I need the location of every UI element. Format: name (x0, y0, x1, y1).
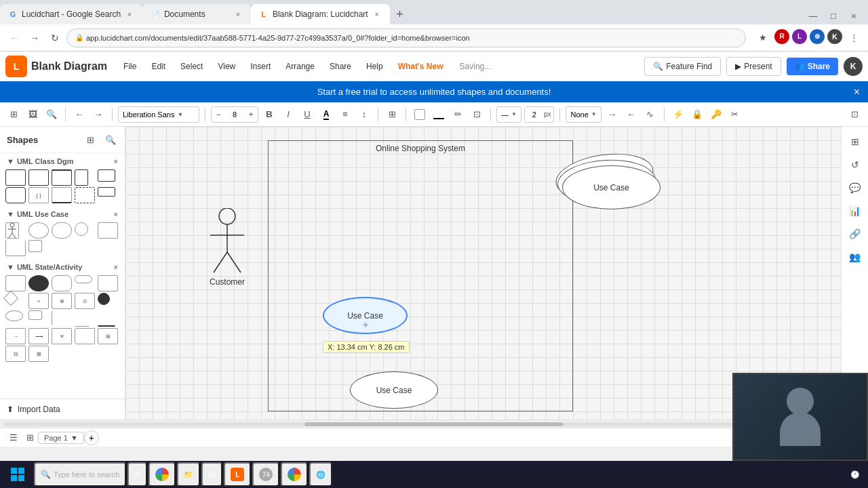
tab-1-close[interactable]: × (125, 9, 134, 20)
share-button[interactable]: 👥 Share (787, 58, 838, 75)
taskbar-chrome2[interactable] (281, 462, 308, 487)
menu-insert[interactable]: Insert (243, 59, 277, 74)
shape-diamond[interactable] (3, 291, 19, 306)
section-close-state[interactable]: × (114, 263, 118, 271)
shapes-toggle-button[interactable]: ⊞ (5, 106, 22, 123)
reload-button[interactable]: ↻ (46, 29, 64, 47)
font-size-increase[interactable]: + (244, 107, 258, 122)
feature-find-button[interactable]: 🔍 Feature Find (644, 57, 721, 76)
redo-button[interactable]: → (90, 106, 106, 123)
taskbar-files[interactable]: 📁 (177, 462, 200, 487)
shape-rect-sa[interactable] (5, 275, 26, 291)
new-tab-button[interactable]: + (390, 4, 410, 24)
page-indicator[interactable]: Page 1 ▼ (38, 432, 84, 444)
font-size-input[interactable] (225, 107, 244, 122)
shape-rect-wide[interactable] (98, 187, 115, 197)
font-color-button[interactable]: A (318, 106, 334, 123)
list-view-button[interactable]: ☰ (5, 430, 22, 446)
right-panel-comments[interactable]: 💬 (846, 178, 865, 197)
menu-whats-new[interactable]: What's New (391, 59, 450, 74)
section-close-usecase[interactable]: × (114, 210, 118, 218)
arrow-left-button[interactable]: ← (623, 106, 639, 123)
import-data-button[interactable]: ⬆ Import Data (0, 399, 125, 420)
extension-other[interactable]: ⊕ (810, 29, 825, 44)
tab-3[interactable]: L Blank Diagram: Lucidchart × (251, 4, 390, 24)
lightning-button[interactable]: ⚡ (670, 106, 686, 123)
shape-bracket[interactable]: { } (28, 187, 49, 203)
shape-tab-uc[interactable] (5, 240, 26, 256)
extension-l[interactable]: L (792, 29, 807, 44)
menu-file[interactable]: File (117, 59, 143, 74)
menu-select[interactable]: Select (174, 59, 210, 74)
grid-view-button[interactable]: ⊞ (22, 430, 38, 446)
tab-3-close[interactable]: × (372, 9, 382, 20)
group-btn[interactable]: ⊡ (469, 106, 485, 123)
shape-actor[interactable] (5, 222, 19, 239)
shape-rect[interactable] (5, 169, 26, 186)
shape-line-v[interactable] (52, 310, 72, 325)
shape-rect-3[interactable] (52, 169, 72, 186)
menu-edit[interactable]: Edit (144, 59, 172, 74)
shape-pill[interactable] (75, 275, 92, 283)
right-panel-link[interactable]: 🔗 (846, 224, 865, 243)
taskbar-lucidchart[interactable]: L (224, 462, 251, 487)
shape-note[interactable] (28, 240, 42, 252)
shape-dot-circle[interactable]: ⊙ (75, 293, 95, 309)
taskbar-search[interactable]: 🔍 Type here to search (34, 462, 126, 487)
italic-button[interactable]: I (280, 106, 296, 123)
maximize-button[interactable]: □ (825, 7, 842, 24)
arrow-start-selector[interactable]: None ▼ (566, 106, 601, 123)
search-shapes-button[interactable]: 🔍 (43, 106, 60, 123)
actor-container[interactable]: Customer (207, 208, 248, 287)
taskbar-store[interactable]: 🛍 (201, 462, 222, 487)
user-avatar[interactable]: K (844, 57, 863, 76)
right-panel-history[interactable]: ↺ (846, 155, 865, 174)
table-button[interactable]: ⊞ (384, 106, 400, 123)
taskbar-app6[interactable]: 74 (252, 462, 279, 487)
section-close-class[interactable]: × (114, 157, 118, 165)
fill-color-button[interactable] (412, 106, 428, 123)
shape-ellipse-sm[interactable] (5, 310, 23, 321)
menu-arrange[interactable]: Arrange (279, 59, 321, 74)
start-button[interactable] (3, 462, 33, 487)
url-bar[interactable]: 🔒 app.lucidchart.com/documents/edit/37aa… (66, 28, 746, 47)
shape-rect-2[interactable] (28, 169, 49, 186)
taskbar-task-view[interactable]: ⊟ (127, 462, 147, 487)
bookmark-button[interactable]: ★ (754, 29, 772, 47)
shape-x-circle[interactable]: ⊗ (52, 293, 72, 309)
shape-arrow-rect[interactable]: → (5, 328, 26, 344)
scrollbar-thumb[interactable] (304, 422, 564, 426)
extension-k[interactable]: K (827, 29, 842, 44)
bold-button[interactable]: B (261, 106, 277, 123)
shape-rounded-rect[interactable] (52, 275, 72, 291)
app-logo[interactable]: L (5, 56, 27, 77)
align-button[interactable]: ≡ (337, 106, 353, 123)
shape-rect-6[interactable] (5, 187, 26, 203)
shape-circle[interactable] (75, 222, 88, 236)
forward-button[interactable]: → (26, 29, 43, 47)
tab-2-close[interactable]: × (233, 9, 243, 20)
menu-help[interactable]: Help (359, 59, 390, 74)
shape-line-arr[interactable]: ⟶ (28, 328, 49, 344)
use-case-selected[interactable]: Use Case ✛ (323, 297, 408, 334)
right-panel-format[interactable]: ⊞ (846, 132, 865, 151)
line-width-input[interactable] (525, 107, 544, 122)
menu-button[interactable]: ⋮ (845, 29, 863, 47)
present-button[interactable]: ▶ Present (726, 57, 781, 76)
promo-close-button[interactable]: × (854, 86, 860, 98)
fit-screen-button[interactable]: ⊡ (846, 106, 863, 123)
shape-table[interactable]: ⊞ (98, 328, 118, 344)
line-color-button[interactable] (431, 106, 447, 123)
shape-ellipse[interactable] (28, 222, 49, 239)
system-boundary-box[interactable]: Online Shopping System Use Case Use Case (268, 140, 573, 411)
underline-button[interactable]: U (299, 106, 315, 123)
format-button[interactable]: 🔑 (708, 106, 724, 123)
shape-rect-d[interactable] (75, 187, 95, 203)
shape-rect-5[interactable] (98, 169, 115, 182)
shape-filled-circle[interactable] (28, 275, 49, 291)
menu-share[interactable]: Share (323, 59, 358, 74)
shape-d-rect[interactable] (98, 275, 118, 291)
shape-rect-uc[interactable] (98, 222, 118, 239)
minimize-button[interactable]: — (804, 7, 822, 24)
shape-filled-circle-sm[interactable] (98, 293, 110, 305)
